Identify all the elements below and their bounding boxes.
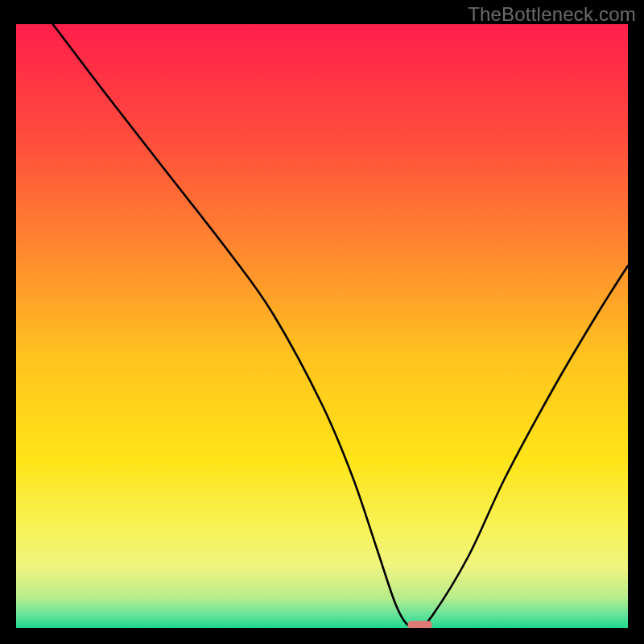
chart-container [16,24,628,628]
gradient-background [16,24,628,628]
bottleneck-chart [16,24,628,628]
watermark-text: TheBottleneck.com [468,3,636,26]
optimal-marker [407,621,431,628]
app-frame: TheBottleneck.com [0,0,644,644]
